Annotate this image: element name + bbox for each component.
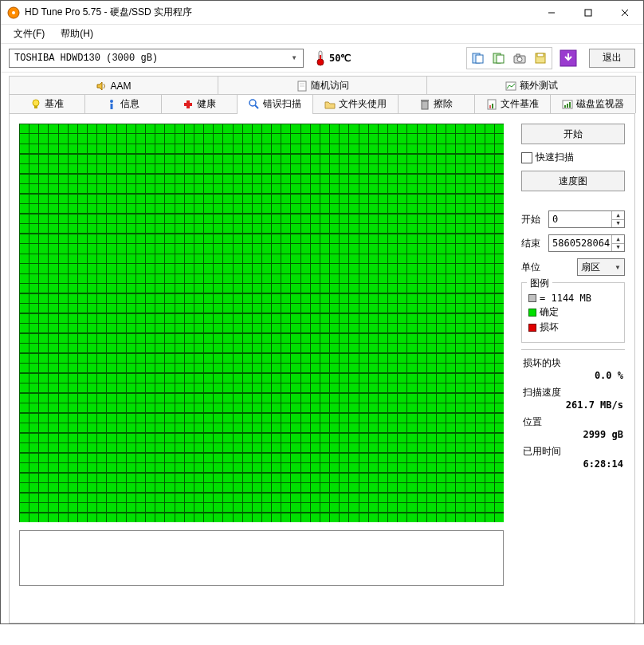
end-sector-row: 结束 5860528064 ▲ ▼ — [521, 234, 625, 252]
tab-label: 文件夹使用 — [339, 97, 387, 111]
tab-random-access[interactable]: 随机访问 — [218, 76, 427, 95]
chevron-down-icon: ▾ — [287, 51, 301, 65]
screenshot-button[interactable] — [510, 49, 529, 67]
tab-benchmark[interactable]: 基准 — [9, 94, 85, 113]
svg-rect-38 — [567, 104, 568, 108]
tab-error-scan[interactable]: 错误扫描 — [237, 94, 313, 113]
svg-point-29 — [249, 100, 256, 106]
legend-group: 图例 = 1144 MB 确定 损坏 — [521, 282, 625, 343]
stat-value: 2999 gB — [523, 429, 623, 440]
tab-disk-monitor[interactable]: 磁盘监视器 — [550, 94, 636, 113]
chart-icon — [505, 81, 516, 92]
folder-icon — [324, 99, 336, 110]
quick-scan-checkbox[interactable] — [521, 152, 532, 163]
file-chart-icon — [486, 99, 497, 110]
save-button[interactable] — [531, 49, 550, 67]
exit-button[interactable]: 退出 — [589, 49, 635, 68]
spin-down[interactable]: ▼ — [612, 220, 624, 228]
stat-position: 位置 2999 gB — [523, 415, 623, 440]
svg-rect-26 — [111, 104, 113, 109]
legend-swatch-green — [528, 309, 536, 317]
svg-rect-31 — [422, 101, 428, 109]
tab-label: 擦除 — [434, 97, 453, 111]
unit-value: 扇区 — [581, 261, 600, 274]
tab-label: 磁盘监视器 — [576, 97, 624, 111]
tab-label: 额外测试 — [520, 79, 558, 92]
tabs-row-1: AAM 随机访问 额外测试 — [9, 76, 635, 95]
spin-up[interactable]: ▲ — [612, 235, 624, 244]
tab-label: 信息 — [120, 97, 139, 111]
menubar: 文件(F) 帮助(H) — [1, 25, 643, 44]
app-icon — [7, 6, 20, 19]
plus-icon — [183, 99, 194, 110]
legend-title: 图例 — [527, 277, 552, 290]
start-button[interactable]: 开始 — [521, 124, 625, 144]
info-icon — [106, 99, 117, 110]
speed-map-button[interactable]: 速度图 — [521, 171, 625, 191]
tab-label: 基准 — [45, 97, 64, 111]
svg-rect-12 — [497, 55, 504, 63]
copy-info-button[interactable] — [469, 49, 488, 67]
close-button[interactable] — [607, 1, 643, 24]
svg-rect-35 — [492, 104, 493, 108]
spin-up[interactable]: ▲ — [612, 211, 624, 220]
tab-label: 随机访问 — [311, 79, 349, 92]
start-label: 开始 — [521, 213, 545, 226]
legend-ok-text: 确定 — [540, 305, 559, 319]
menu-help[interactable]: 帮助(H) — [53, 26, 101, 42]
tab-info[interactable]: 信息 — [84, 94, 161, 113]
window-buttons — [533, 1, 643, 24]
toolbar-icon-group — [466, 47, 552, 69]
stat-label: 扫描速度 — [523, 386, 623, 399]
scan-column — [19, 124, 510, 613]
quick-scan-row[interactable]: 快速扫描 — [521, 151, 625, 164]
tab-health[interactable]: 健康 — [161, 94, 238, 113]
trash-icon — [419, 99, 430, 110]
tab-extra-tests[interactable]: 额外测试 — [426, 76, 636, 95]
start-sector-row: 开始 0 ▲ ▼ — [521, 210, 625, 228]
quick-scan-label: 快速扫描 — [536, 151, 574, 164]
tab-label: 文件基准 — [501, 97, 539, 111]
tab-erase[interactable]: 擦除 — [398, 94, 474, 113]
svg-rect-28 — [184, 103, 192, 106]
stats-group: 损坏的块 0.0 % 扫描速度 261.7 MB/s 位置 2999 gB 已用… — [521, 349, 625, 474]
svg-rect-8 — [320, 55, 321, 61]
unit-label: 单位 — [521, 261, 545, 274]
spin-buttons: ▲ ▼ — [611, 211, 624, 227]
tab-folder-usage[interactable]: 文件夹使用 — [312, 94, 399, 113]
copy-text-button[interactable] — [489, 49, 509, 67]
unit-select[interactable]: 扇区 ▼ — [577, 258, 625, 276]
menu-file[interactable]: 文件(F) — [6, 26, 53, 42]
drive-selected-text: TOSHIBA HDWD130 (3000 gB) — [14, 53, 158, 64]
legend-swatch-gray — [528, 294, 536, 302]
stat-label: 损坏的块 — [523, 356, 623, 370]
end-label: 结束 — [521, 237, 545, 250]
spin-down[interactable]: ▼ — [612, 244, 624, 252]
stat-damaged-blocks: 损坏的块 0.0 % — [523, 356, 623, 381]
tab-aam[interactable]: AAM — [9, 76, 218, 95]
stat-scan-speed: 扫描速度 261.7 MB/s — [523, 386, 623, 411]
scan-log[interactable] — [19, 530, 504, 586]
end-sector-value: 5860528064 — [552, 238, 610, 249]
start-sector-input[interactable]: 0 ▲ ▼ — [548, 210, 625, 228]
bulb-icon — [30, 99, 41, 110]
svg-point-1 — [12, 11, 15, 14]
tab-file-benchmark[interactable]: 文件基准 — [474, 94, 551, 113]
legend-block-size: = 1144 MB — [528, 293, 618, 304]
svg-rect-3 — [585, 10, 591, 16]
document-icon — [296, 81, 308, 92]
side-controls: 开始 快速扫描 速度图 开始 0 ▲ ▼ — [521, 124, 625, 613]
stat-value: 6:28:14 — [523, 458, 623, 470]
legend-block-size-text: = 1144 MB — [540, 293, 591, 304]
maximize-button[interactable] — [570, 1, 607, 24]
titlebar: HD Tune Pro 5.75 - 硬盘/SSD 实用程序 — [1, 1, 643, 25]
scan-block-map — [19, 124, 504, 522]
drive-select[interactable]: TOSHIBA HDWD130 (3000 gB) ▾ — [9, 49, 304, 68]
download-button[interactable] — [559, 49, 578, 67]
minimize-button[interactable] — [533, 1, 570, 24]
svg-rect-32 — [421, 100, 429, 101]
spin-buttons: ▲ ▼ — [611, 235, 624, 251]
end-sector-input[interactable]: 5860528064 ▲ ▼ — [548, 234, 625, 252]
app-window: HD Tune Pro 5.75 - 硬盘/SSD 实用程序 文件(F) 帮助(… — [0, 0, 644, 624]
toolbar: TOSHIBA HDWD130 (3000 gB) ▾ 50℃ — [1, 44, 643, 73]
